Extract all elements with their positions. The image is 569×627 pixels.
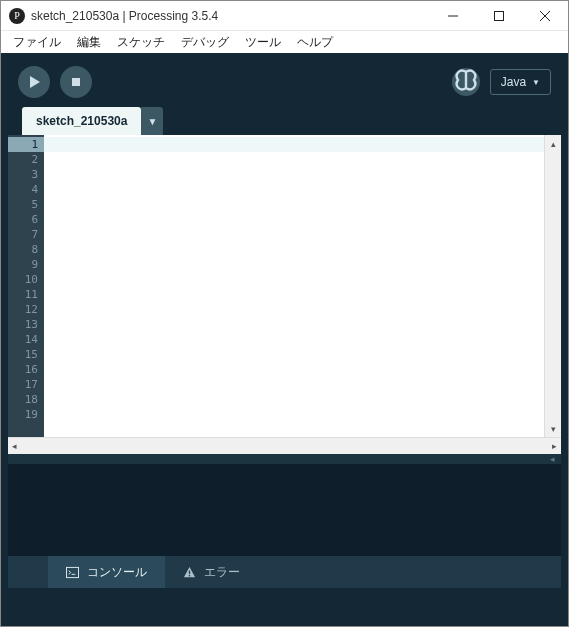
line-number[interactable]: 14 (8, 332, 38, 347)
console-splitter[interactable]: ◂ (8, 454, 561, 464)
toolbar: Java ▼ (8, 59, 561, 105)
app-frame: Java ▼ sketch_210530a ▼ 1234567891011121… (1, 53, 568, 626)
console-output[interactable] (8, 464, 561, 556)
chevron-down-icon: ▼ (147, 116, 157, 127)
svg-rect-5 (72, 78, 80, 86)
tab-dropdown-button[interactable]: ▼ (141, 107, 163, 135)
scroll-up-icon[interactable]: ▴ (545, 135, 561, 152)
code-editor: 12345678910111213141516171819 ▴ ▾ (8, 135, 561, 437)
line-number[interactable]: 9 (8, 257, 38, 272)
close-button[interactable] (522, 1, 568, 30)
line-number[interactable]: 6 (8, 212, 38, 227)
line-number[interactable]: 7 (8, 227, 38, 242)
status-bar (8, 588, 561, 612)
vertical-scrollbar[interactable]: ▴ ▾ (544, 135, 561, 437)
errors-tab-label: エラー (204, 564, 240, 581)
line-number[interactable]: 11 (8, 287, 38, 302)
svg-rect-6 (66, 567, 78, 577)
maximize-button[interactable] (476, 1, 522, 30)
line-number[interactable]: 3 (8, 167, 38, 182)
menu-file[interactable]: ファイル (7, 32, 67, 53)
stop-button[interactable] (60, 66, 92, 98)
console-tab-label: コンソール (87, 564, 147, 581)
svg-rect-1 (495, 11, 504, 20)
bottom-tab-bar: コンソール エラー (8, 556, 561, 588)
scroll-down-icon[interactable]: ▾ (545, 420, 561, 437)
line-number[interactable]: 5 (8, 197, 38, 212)
line-number[interactable]: 8 (8, 242, 38, 257)
line-number[interactable]: 15 (8, 347, 38, 362)
chevron-down-icon: ▼ (532, 78, 540, 87)
window-title: sketch_210530a | Processing 3.5.4 (31, 9, 430, 23)
minimize-button[interactable] (430, 1, 476, 30)
mode-selector[interactable]: Java ▼ (490, 69, 551, 95)
line-number[interactable]: 4 (8, 182, 38, 197)
menubar: ファイル 編集 スケッチ デバッグ ツール ヘルプ (1, 31, 568, 53)
menu-tools[interactable]: ツール (239, 32, 287, 53)
line-number[interactable]: 13 (8, 317, 38, 332)
menu-edit[interactable]: 編集 (71, 32, 107, 53)
processing-app-icon: P (9, 8, 25, 24)
sketch-tab[interactable]: sketch_210530a (22, 107, 141, 135)
app-window: P sketch_210530a | Processing 3.5.4 ファイル… (0, 0, 569, 627)
mode-label: Java (501, 75, 526, 89)
code-textarea[interactable] (44, 135, 544, 437)
console-tab[interactable]: コンソール (48, 556, 165, 588)
editor-area: 12345678910111213141516171819 ▴ ▾ ◂ ▸ ◂ (8, 135, 561, 612)
line-number[interactable]: 2 (8, 152, 38, 167)
menu-help[interactable]: ヘルプ (291, 32, 339, 53)
active-line-highlight (44, 137, 544, 152)
warning-icon (183, 566, 196, 579)
menu-sketch[interactable]: スケッチ (111, 32, 171, 53)
tab-label: sketch_210530a (36, 114, 127, 128)
debug-button[interactable] (452, 68, 480, 96)
window-controls (430, 1, 568, 30)
svg-point-10 (189, 574, 191, 576)
line-number[interactable]: 12 (8, 302, 38, 317)
console-icon (66, 566, 79, 579)
line-number[interactable]: 19 (8, 407, 38, 422)
scroll-left-icon[interactable]: ◂ (12, 441, 17, 451)
scroll-right-icon[interactable]: ▸ (552, 441, 557, 451)
run-button[interactable] (18, 66, 50, 98)
line-number[interactable]: 17 (8, 377, 38, 392)
line-number-gutter[interactable]: 12345678910111213141516171819 (8, 135, 44, 437)
line-number[interactable]: 18 (8, 392, 38, 407)
horizontal-scrollbar[interactable]: ◂ ▸ (8, 437, 561, 454)
line-number[interactable]: 16 (8, 362, 38, 377)
collapse-icon: ◂ (550, 454, 555, 464)
errors-tab[interactable]: エラー (165, 556, 258, 588)
butterfly-icon (452, 68, 480, 96)
line-number[interactable]: 1 (8, 137, 44, 152)
titlebar[interactable]: P sketch_210530a | Processing 3.5.4 (1, 1, 568, 31)
tab-strip: sketch_210530a ▼ (8, 105, 561, 135)
line-number[interactable]: 10 (8, 272, 38, 287)
menu-debug[interactable]: デバッグ (175, 32, 235, 53)
svg-marker-4 (30, 76, 40, 88)
